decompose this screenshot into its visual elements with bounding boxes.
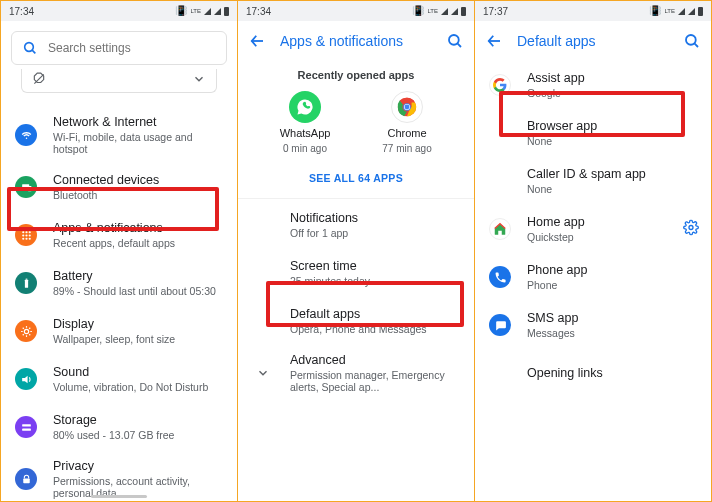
row-title: Sound <box>53 365 208 379</box>
phone-icon <box>489 266 511 288</box>
battery-icon <box>461 7 466 16</box>
row-network[interactable]: Network & InternetWi-Fi, mobile, data us… <box>1 107 237 163</box>
row-sub: Opera, Phone and Messages <box>290 323 427 335</box>
row-opening-links[interactable]: Opening links <box>475 349 711 397</box>
gear-icon[interactable] <box>683 220 699 239</box>
settings-list: Network & InternetWi-Fi, mobile, data us… <box>1 107 237 501</box>
row-connected-devices[interactable]: Connected devicesBluetooth <box>1 163 237 211</box>
row-title: Connected devices <box>53 173 159 187</box>
search-button[interactable] <box>683 32 701 50</box>
recent-app-time: 0 min ago <box>283 143 327 154</box>
row-title: Assist app <box>527 71 585 85</box>
screen-apps-notifications: 17:34 📳 LTE Apps & notifications Recentl… <box>238 1 475 501</box>
search-button[interactable] <box>446 32 464 50</box>
signal-icon <box>204 8 211 15</box>
battery-circle-icon <box>15 272 37 294</box>
svg-rect-16 <box>25 278 27 279</box>
recently-opened-header: Recently opened apps <box>238 61 474 91</box>
row-notifications[interactable]: NotificationsOff for 1 app <box>238 201 474 249</box>
row-default-apps[interactable]: Default appsOpera, Phone and Messages <box>238 297 474 345</box>
recent-app-chrome[interactable]: Chrome 77 min ago <box>367 91 447 154</box>
search-input[interactable] <box>48 41 216 55</box>
signal-icon <box>678 8 685 15</box>
apps-settings-list: NotificationsOff for 1 app Screen time25… <box>238 201 474 501</box>
svg-line-1 <box>32 50 35 53</box>
row-sub: Recent apps, default apps <box>53 237 175 249</box>
svg-point-0 <box>25 43 34 52</box>
lte-label: LTE <box>664 8 675 14</box>
row-sound[interactable]: SoundVolume, vibration, Do Not Disturb <box>1 355 237 403</box>
svg-rect-29 <box>23 478 30 483</box>
row-title: Phone app <box>527 263 587 277</box>
row-title: Home app <box>527 215 585 229</box>
row-apps-notifications[interactable]: Apps & notificationsRecent apps, default… <box>1 211 237 259</box>
suggestion-dropdown[interactable] <box>21 69 217 93</box>
row-sub: Volume, vibration, Do Not Disturb <box>53 381 208 393</box>
recent-app-name: Chrome <box>387 127 426 139</box>
signal-icon <box>441 8 448 15</box>
whatsapp-icon <box>289 91 321 123</box>
row-sub: Phone <box>527 279 587 291</box>
row-battery[interactable]: Battery89% - Should last until about 05:… <box>1 259 237 307</box>
row-home-app[interactable]: Home appQuickstep <box>475 205 711 253</box>
status-time: 17:34 <box>246 6 271 17</box>
row-sub: Wallpaper, sleep, font size <box>53 333 175 345</box>
svg-line-33 <box>457 43 461 47</box>
screen-title: Default apps <box>517 33 669 49</box>
row-privacy[interactable]: PrivacyPermissions, account activity, pe… <box>1 451 237 501</box>
vibrate-icon: 📳 <box>175 6 187 16</box>
row-storage[interactable]: Storage80% used - 13.07 GB free <box>1 403 237 451</box>
row-sub: Messages <box>527 327 578 339</box>
vibrate-icon: 📳 <box>649 6 661 16</box>
wifi-icon <box>15 124 37 146</box>
row-advanced[interactable]: AdvancedPermission manager, Emergency al… <box>238 345 474 401</box>
back-button[interactable] <box>248 32 266 50</box>
search-settings[interactable] <box>11 31 227 65</box>
row-sub: 25 minutes today <box>290 275 370 287</box>
apps-icon <box>15 224 37 246</box>
screen-default-apps: 17:37 📳 LTE Default apps Assist appGoogl… <box>475 1 711 501</box>
row-title: Browser app <box>527 119 597 133</box>
back-button[interactable] <box>485 32 503 50</box>
search-icon <box>22 40 38 56</box>
row-sub: None <box>527 183 646 195</box>
row-caller-id-app[interactable]: Caller ID & spam appNone <box>475 157 711 205</box>
row-title: Apps & notifications <box>53 221 175 235</box>
status-bar: 17:37 📳 LTE <box>475 1 711 21</box>
row-sms-app[interactable]: SMS appMessages <box>475 301 711 349</box>
svg-point-6 <box>22 231 24 233</box>
svg-point-13 <box>25 237 27 239</box>
status-bar: 17:34 📳 LTE <box>238 1 474 21</box>
row-phone-app[interactable]: Phone appPhone <box>475 253 711 301</box>
row-screen-time[interactable]: Screen time25 minutes today <box>238 249 474 297</box>
svg-rect-15 <box>24 279 27 287</box>
row-title: Storage <box>53 413 174 427</box>
see-all-apps[interactable]: SEE ALL 64 APPS <box>238 162 474 198</box>
display-icon <box>15 320 37 342</box>
svg-point-10 <box>25 234 27 236</box>
svg-point-7 <box>25 231 27 233</box>
svg-line-25 <box>29 327 30 328</box>
messages-icon <box>489 314 511 336</box>
chrome-icon <box>391 91 423 123</box>
recent-app-whatsapp[interactable]: WhatsApp 0 min ago <box>265 91 345 154</box>
svg-point-9 <box>22 234 24 236</box>
app-bar: Default apps <box>475 21 711 61</box>
row-sub: Permission manager, Emergency alerts, Sp… <box>290 369 460 393</box>
svg-point-12 <box>22 237 24 239</box>
svg-marker-26 <box>22 375 27 383</box>
row-assist-app[interactable]: Assist appGoogle <box>475 61 711 109</box>
google-icon <box>489 74 511 96</box>
row-title: Privacy <box>53 459 223 473</box>
svg-line-23 <box>29 334 30 335</box>
recent-app-name: WhatsApp <box>280 127 331 139</box>
svg-point-37 <box>405 105 410 110</box>
row-title: Opening links <box>527 366 603 380</box>
row-browser-app[interactable]: Browser appNone <box>475 109 711 157</box>
svg-line-40 <box>694 43 698 47</box>
row-title: Notifications <box>290 211 358 225</box>
row-display[interactable]: DisplayWallpaper, sleep, font size <box>1 307 237 355</box>
signal-icon-2 <box>688 8 695 15</box>
svg-point-39 <box>686 35 696 45</box>
svg-point-17 <box>24 329 28 333</box>
